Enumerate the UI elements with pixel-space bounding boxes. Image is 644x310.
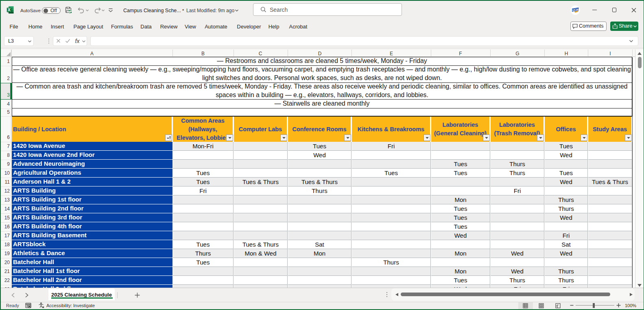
svg-text:UCR: UCR (572, 8, 579, 12)
svg-text:X: X (8, 7, 11, 12)
